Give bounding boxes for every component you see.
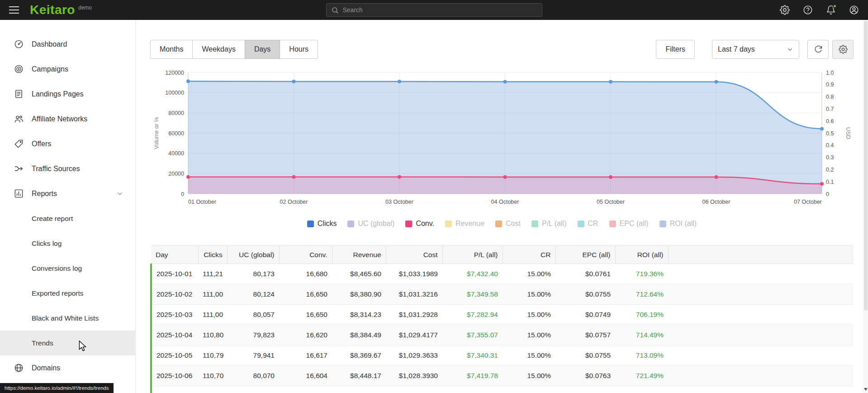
date-range-select[interactable]: Last 7 days (712, 40, 799, 59)
sidebar-item-trends[interactable]: Trends (0, 331, 135, 355)
tab-months[interactable]: Months (150, 40, 193, 59)
sidebar-item-reports[interactable]: Reports (0, 181, 135, 206)
legend-item-cr[interactable]: CR (578, 220, 598, 228)
cell: $8,384.49 (332, 325, 386, 345)
legend-item-epc-all[interactable]: EPC (all) (609, 220, 649, 228)
svg-text:60000: 60000 (168, 130, 184, 137)
legend-item-clicks[interactable]: Clicks (307, 220, 337, 228)
svg-text:0.7: 0.7 (826, 106, 834, 112)
sidebar-subitem-label: Black and White Lists (32, 314, 99, 322)
menu-toggle-icon[interactable] (9, 4, 20, 16)
cell: 15.00% (503, 284, 555, 305)
cell: $0.0757 (555, 325, 615, 345)
svg-text:100000: 100000 (165, 90, 184, 96)
logo-text: Keitaro (30, 4, 75, 16)
sidebar-item-landings-pages[interactable]: Landings Pages (0, 81, 135, 106)
scrollbar-down-arrow-icon[interactable] (864, 388, 868, 391)
sidebar-item-affiliate-networks[interactable]: Affiliate Networks (0, 106, 135, 131)
legend-item-cost[interactable]: Cost (495, 220, 521, 228)
legend-item-conv[interactable]: Conv. (405, 220, 434, 228)
settings-gear-icon[interactable] (780, 5, 790, 15)
sidebar-item-label: Traffic Sources (32, 165, 80, 173)
sidebar-item-domains[interactable]: Domains (0, 355, 135, 380)
sidebar-item-label: Dashboard (32, 40, 67, 48)
campaigns-icon (14, 64, 24, 74)
sidebar-item-traffic-sources[interactable]: Traffic Sources (0, 156, 135, 181)
column-header-roi-all[interactable]: ROI (all) (615, 246, 668, 264)
legend-item-revenue[interactable]: Revenue (445, 220, 484, 228)
legend-swatch (659, 220, 666, 227)
sidebar-item-offers[interactable]: Offers (0, 131, 135, 156)
logo[interactable]: Keitaro demo (30, 4, 92, 16)
cell: $597.4210 (386, 386, 442, 393)
trends-table: DayClicksUC (global)Conv.RevenueCostP/L … (150, 245, 854, 393)
filters-button[interactable]: Filters (656, 40, 695, 59)
svg-text:120000: 120000 (165, 70, 184, 76)
svg-text:0.8: 0.8 (826, 94, 834, 100)
legend-item-roi-all[interactable]: ROI (all) (659, 220, 697, 228)
column-header-clicks[interactable]: Clicks (198, 246, 227, 264)
sidebar-item-campaigns[interactable]: Campaigns (0, 57, 135, 81)
chart-settings-button[interactable] (832, 40, 854, 59)
search-box[interactable] (326, 3, 542, 17)
column-header-uc-global[interactable]: UC (global) (227, 246, 279, 264)
sidebar-subitem-label: Conversions log (32, 264, 82, 273)
svg-text:01 October: 01 October (188, 199, 216, 205)
legend-item-p-l-all[interactable]: P/L (all) (531, 220, 567, 228)
cell: 733.93% (615, 386, 668, 393)
table-row: 2025-10-04110,8079,82316,620$8,384.49$1,… (151, 325, 854, 345)
sidebar-item-label: Domains (32, 364, 60, 372)
column-header-p-l-all[interactable]: P/L (all) (442, 246, 503, 264)
cell: $1,031.3216 (386, 284, 442, 305)
column-header-conv[interactable]: Conv. (279, 246, 332, 264)
sidebar-item-clicks-log[interactable]: Clicks log (0, 231, 135, 256)
cell: 80,057 (227, 305, 279, 325)
column-header-revenue[interactable]: Revenue (332, 246, 386, 264)
cell: 2025-10-03 (151, 305, 198, 325)
trends-toolbar: MonthsWeekdaysDaysHours Filters Last 7 d… (150, 40, 854, 59)
tab-weekdays[interactable]: Weekdays (192, 40, 245, 59)
legend-label: Clicks (318, 220, 337, 228)
cell: 16,620 (279, 325, 332, 345)
column-header-cost[interactable]: Cost (386, 246, 442, 264)
cell: 16,650 (279, 284, 332, 305)
date-range-value: Last 7 days (718, 45, 755, 53)
sidebar-item-exported-reports[interactable]: Exported reports (0, 281, 135, 306)
svg-text:80000: 80000 (168, 110, 184, 116)
help-icon[interactable] (803, 5, 813, 15)
cell: 80,124 (227, 284, 279, 305)
refresh-button[interactable] (807, 40, 829, 59)
sidebar-item-black-and-white-lists[interactable]: Black and White Lists (0, 306, 135, 331)
sidebar-item-create-report[interactable]: Create report (0, 206, 135, 231)
column-header-cr[interactable]: CR (503, 246, 555, 264)
tab-days[interactable]: Days (245, 40, 280, 59)
cell: 79,941 (227, 345, 279, 366)
cell: 15.00% (503, 325, 555, 345)
cell: 2025-10-07 (151, 386, 198, 393)
cell: $0.0760 (555, 386, 615, 393)
legend-item-uc-global[interactable]: UC (global) (347, 220, 394, 228)
legend-label: UC (global) (358, 220, 394, 228)
cell: 2025-10-05 (151, 345, 198, 366)
search-input[interactable] (343, 6, 537, 14)
column-header-day[interactable]: Day (151, 246, 198, 264)
cell-filler (668, 264, 854, 284)
column-header-epc-all[interactable]: EPC (all) (555, 246, 615, 264)
legend-swatch (495, 220, 502, 227)
sidebar-item-dashboard[interactable]: Dashboard (0, 32, 135, 57)
cell: 719.36% (615, 264, 668, 284)
sidebar-item-conversions-log[interactable]: Conversions log (0, 256, 135, 281)
tab-hours[interactable]: Hours (280, 40, 318, 59)
legend-label: Conv. (416, 220, 434, 228)
table-row: 2025-10-01111,2180,17316,680$8,465.60$1,… (151, 264, 854, 284)
scrollbar-thumb[interactable] (864, 21, 868, 311)
table-row: 2025-10-05110,7979,94116,617$8,369.67$1,… (151, 345, 854, 366)
account-avatar-icon[interactable] (849, 5, 859, 15)
legend-swatch (405, 220, 412, 227)
cell: 110,79 (198, 345, 227, 366)
topbar-icons (780, 5, 859, 15)
svg-text:20000: 20000 (168, 171, 184, 177)
page-scrollbar[interactable] (863, 20, 868, 393)
traffic-sources-icon (14, 163, 24, 174)
cell: 714.49% (615, 325, 668, 345)
